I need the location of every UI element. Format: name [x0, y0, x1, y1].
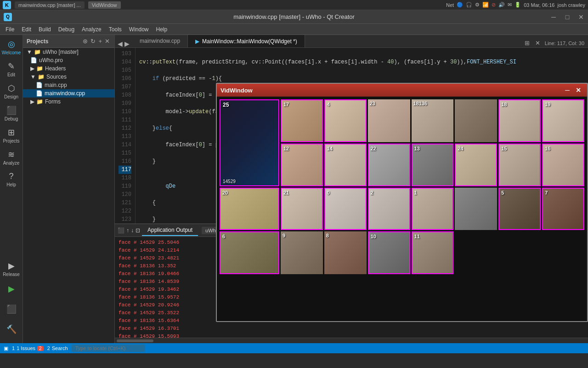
vid-window: VidWindow ─ ✕ 25 14529 17 4 23: [216, 83, 588, 322]
horizontal-scrollbar[interactable]: [115, 338, 588, 343]
maximize-button[interactable]: □: [560, 10, 574, 23]
face-cell-19: 19: [542, 99, 584, 142]
tree-project-root[interactable]: ▼ 📁 uWho [master]: [23, 48, 114, 56]
activity-debug[interactable]: ⬛ Debug: [1, 103, 22, 123]
activity-run[interactable]: ▶: [1, 279, 22, 299]
menu-tools[interactable]: Tools: [105, 25, 125, 34]
menu-analyze[interactable]: Analyze: [78, 25, 105, 34]
menu-help[interactable]: Help: [153, 25, 171, 34]
username: josh crawley: [557, 2, 585, 8]
tree-item-sources[interactable]: ▼ 📁 Sources: [23, 73, 114, 81]
tab-active-label: MainWindow::MainWindow(QWidget *): [202, 38, 297, 45]
menu-file[interactable]: File: [2, 25, 18, 34]
face-cell-15: 15: [498, 144, 541, 186]
system-bar: K mainwindow.cpp [master] ... VidWindow …: [0, 0, 588, 10]
tree-item-label: uWho.pro: [39, 57, 63, 63]
minimize-button[interactable]: ─: [547, 10, 560, 23]
bottom-panel-icon2: ↑: [126, 227, 129, 234]
activity-stop[interactable]: ⬛: [1, 299, 22, 319]
menu-build[interactable]: Build: [35, 25, 55, 34]
activity-welcome[interactable]: ◎ Welcome: [1, 37, 22, 57]
taskbar-item-vidwindow[interactable]: VidWindow: [88, 1, 121, 9]
activity-projects[interactable]: ⊞ Projects: [1, 125, 22, 145]
bottom-panel-icon: ⬛: [118, 227, 124, 234]
activity-design[interactable]: ⬡ Design: [1, 81, 22, 101]
nav-forward[interactable]: ▶: [124, 40, 130, 47]
face-cell-11: 11: [412, 231, 454, 274]
face-num-2: 2: [371, 190, 373, 196]
bottom-panel-icon3: ↓: [131, 227, 134, 234]
tree-header: Projects ⊛ ↻ + ✕: [23, 35, 114, 48]
face-cell-24: 24: [455, 144, 497, 186]
tree-sync-btn[interactable]: ↻: [90, 37, 96, 46]
locate-input[interactable]: [72, 345, 145, 352]
face-grid: 25 14529 17 4 23 18136 18 19: [217, 97, 587, 321]
tree-item-forms[interactable]: ▶ 📁 Forms: [23, 98, 114, 106]
tree-item-headers[interactable]: ▶ 📁 Headers: [23, 64, 114, 73]
activity-analyze[interactable]: ≋ Analyze: [1, 147, 22, 167]
editor-split-btn[interactable]: ⊞: [524, 39, 531, 47]
search-label: Search: [52, 345, 68, 351]
edit-icon: ✎: [8, 61, 15, 71]
tree-item-mainwindow-cpp[interactable]: 📄 mainwindow.cpp: [23, 89, 114, 98]
bluetooth-icon: 🔵: [457, 2, 463, 8]
search-tab[interactable]: 2 Search: [47, 345, 68, 351]
face-cell-empty2: [455, 188, 497, 230]
vid-minimize-btn[interactable]: ─: [562, 85, 572, 95]
editor-tabs: ◀ ▶ mainwindow.cpp ▶ MainWindow::MainWin…: [115, 35, 588, 48]
face-num-15: 15: [501, 146, 507, 151]
scrollbar-thumb[interactable]: [117, 339, 153, 342]
tab-app-output[interactable]: Application Output: [142, 225, 198, 236]
tree-expand-sources: ▼: [30, 74, 36, 80]
tree-collapse-headers: ▶: [30, 65, 34, 72]
left-panel-toggle[interactable]: ▣: [4, 345, 8, 351]
face-num-21: 21: [283, 190, 289, 196]
activity-projects-label: Projects: [3, 138, 19, 144]
tree-item-main-cpp[interactable]: 📄 main.cpp: [23, 81, 114, 89]
menu-debug[interactable]: Debug: [55, 25, 78, 34]
output-line: face # 14529 16.3701: [119, 325, 584, 333]
tree-mainwindow-label: mainwindow.cpp: [45, 90, 85, 97]
tree-expand-icon: ▼: [27, 49, 32, 55]
issues-badge: 2: [37, 346, 44, 351]
headphone-icon: 🎧: [466, 2, 472, 8]
face-num-1: 1: [414, 190, 417, 196]
activity-edit[interactable]: ✎ Edit: [1, 59, 22, 79]
tree-title: Projects: [27, 38, 48, 45]
close-button[interactable]: ✕: [574, 10, 588, 23]
menu-edit[interactable]: Edit: [18, 25, 35, 34]
battery-icon: 🔋: [514, 2, 521, 8]
face-cell-18: 18: [498, 99, 541, 142]
tree-project-label: uWho [master]: [43, 49, 79, 55]
face-cell-9: 9: [281, 231, 323, 274]
taskbar-item-mainwindow[interactable]: mainwindow.cpp [master] ...: [15, 1, 85, 9]
face-cell-empty3: [455, 231, 497, 274]
activity-help[interactable]: ? Help: [1, 169, 22, 190]
editor-tab-mainwindow[interactable]: mainwindow.cpp: [132, 35, 188, 47]
title-bar: Q mainwindow.cpp [master] - uWho - Qt Cr…: [0, 10, 588, 24]
bottom-panel-expand[interactable]: ⊡: [136, 227, 140, 234]
tree-add-btn[interactable]: +: [97, 37, 103, 46]
folder-icon-sources: 📁: [38, 74, 45, 80]
tree-main-label: main.cpp: [45, 82, 67, 88]
vid-close-btn[interactable]: ✕: [573, 85, 583, 95]
editor-close-btn[interactable]: ✕: [534, 39, 541, 47]
face-cell-4: 4: [324, 99, 367, 142]
face-cell-23: 23: [368, 99, 410, 142]
tree-item-uwho-pro[interactable]: 📄 uWho.pro: [23, 56, 114, 64]
issues-tab[interactable]: 1 1 Issues 2: [12, 345, 44, 351]
email-icon: ✉: [508, 2, 512, 8]
activity-analyze-label: Analyze: [3, 161, 20, 166]
editor-tab-active[interactable]: ▶ MainWindow::MainWindow(QWidget *): [188, 35, 305, 47]
file-icon-uwho: 📄: [30, 57, 37, 63]
activity-hammer[interactable]: 🔨: [1, 319, 22, 339]
activity-debug-label: Debug: [5, 116, 18, 121]
project-tree: Projects ⊛ ↻ + ✕ ▼ 📁 uWho [master] 📄 uWh…: [23, 35, 115, 343]
activity-release[interactable]: ▶ Release: [1, 259, 22, 279]
welcome-icon: ◎: [8, 39, 15, 49]
projects-toolbar: ⊛ ↻ + ✕: [82, 37, 111, 46]
nav-back[interactable]: ◀: [118, 40, 123, 47]
menu-window[interactable]: Window: [125, 25, 153, 34]
tree-filter-btn[interactable]: ⊛: [82, 37, 89, 46]
tree-close-btn[interactable]: ✕: [104, 37, 111, 46]
